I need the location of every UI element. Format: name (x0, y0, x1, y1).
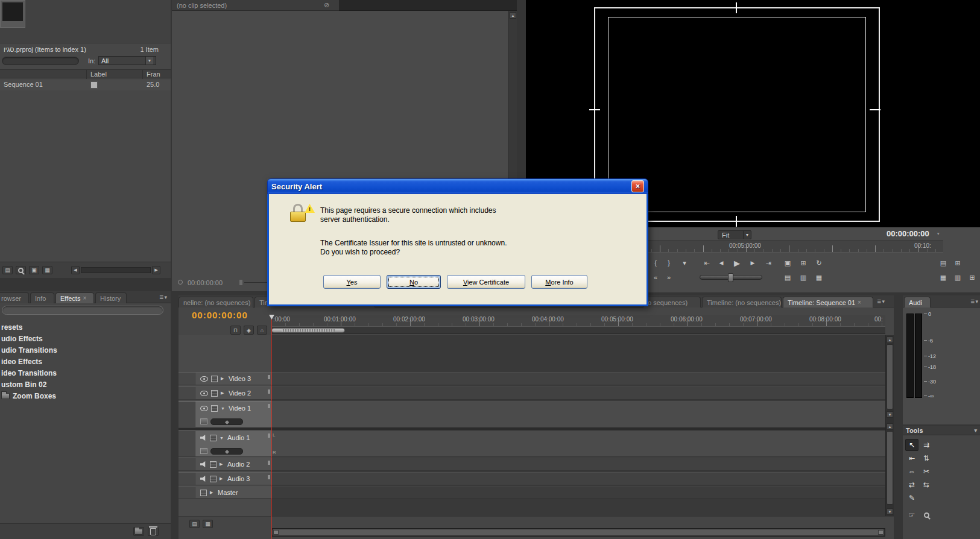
toggle-track-mute-icon[interactable] (200, 476, 207, 482)
goto-in-button[interactable]: { (650, 257, 662, 268)
no-button[interactable]: No (387, 275, 441, 289)
column-frame-rate[interactable]: Fran (147, 71, 160, 78)
master-track-lane[interactable] (271, 487, 885, 499)
effects-item-zoom-boxes[interactable]: Zoom Boxes (0, 390, 171, 402)
new-bin-icon[interactable]: ▣ (29, 266, 39, 274)
toggle-track-mute-icon[interactable] (200, 461, 207, 467)
lift-button[interactable]: ▤ (782, 272, 794, 283)
track-target-cell[interactable] (179, 487, 195, 498)
track-target-cell[interactable] (179, 387, 195, 399)
panel-menu-icon[interactable]: ≣▾ (159, 294, 167, 300)
effects-filter-input[interactable] (2, 306, 163, 315)
track-resize-nub[interactable] (268, 389, 270, 394)
track-select-tool[interactable]: ⇉ (920, 439, 933, 451)
close-tab-icon[interactable]: × (83, 295, 86, 301)
project-row-sequence[interactable]: Sequence 01 25.0 (0, 80, 171, 90)
video3-track-header[interactable]: ▶ Video 3 (179, 372, 271, 385)
play-button[interactable]: ▶ (731, 257, 743, 268)
chapter-marker-icon[interactable]: ⌂ (257, 326, 267, 335)
column-label[interactable]: Label (90, 71, 107, 78)
delete-icon[interactable] (148, 527, 159, 536)
tab-audio-meters[interactable]: Audi (904, 297, 931, 307)
step-back-button[interactable]: ◀ (715, 257, 727, 268)
icon-view-icon[interactable]: ▦ (42, 266, 52, 274)
program-timecode[interactable]: 00:00:00:00 (887, 230, 929, 238)
slide-tool[interactable]: ⇆ (920, 479, 933, 491)
slider-nub[interactable] (239, 280, 242, 285)
scroll-up-icon[interactable]: ▲ (510, 12, 516, 19)
track-target-cell[interactable] (179, 473, 195, 485)
sync-lock-icon[interactable] (210, 461, 217, 468)
sync-lock-icon[interactable] (211, 376, 218, 382)
selection-tool[interactable]: ↖ (905, 439, 918, 451)
tab-timeline-sequence-01[interactable]: Timeline: Sequence 01× (783, 297, 873, 307)
audio1-track-lane[interactable]: L R (271, 430, 885, 457)
set-display-style-icon[interactable] (200, 418, 207, 424)
tab-info[interactable]: Info (30, 292, 54, 303)
effects-item-audio-effects[interactable]: udio Effects (0, 333, 171, 344)
scroll-right-icon[interactable]: ▶ (152, 266, 160, 274)
work-area-strip[interactable] (271, 327, 885, 334)
zoom-in-icon[interactable]: ▦ (203, 520, 213, 528)
yes-button[interactable]: Yes (323, 275, 381, 289)
video2-track-header[interactable]: ▶ Video 2 (179, 386, 271, 400)
sync-lock-icon[interactable] (211, 390, 218, 397)
timeline-ruler[interactable]: :00:00 00:01:00:00 00:02:00:00 00:03:00:… (271, 315, 885, 327)
dialog-title-bar[interactable]: Security Alert × (267, 178, 648, 194)
keyframe-navigator[interactable] (210, 448, 243, 455)
scroll-down-icon[interactable]: ▼ (887, 508, 893, 515)
track-resize-nub[interactable] (268, 461, 270, 465)
tab-timeline-4[interactable]: Timeline: (no sequences) (702, 297, 782, 307)
track-resize-nub[interactable] (268, 375, 270, 379)
set-display-style-icon[interactable] (200, 448, 207, 454)
work-area-bar[interactable] (271, 328, 345, 333)
shuttle-slider[interactable] (700, 275, 762, 280)
panel-menu-icon[interactable]: ≣▾ (970, 298, 978, 304)
zoom-tool[interactable] (920, 509, 933, 521)
horizontal-scrollbar-track[interactable] (81, 267, 151, 273)
loop-button[interactable]: ↻ (813, 257, 825, 268)
goto-out-button[interactable]: } (663, 257, 675, 268)
sync-lock-icon[interactable] (200, 490, 207, 496)
source-timecode[interactable]: 00:00:00:00 (188, 280, 223, 286)
toggle-track-output-icon[interactable] (200, 391, 208, 396)
add-marker-button[interactable]: ▾ (678, 257, 691, 268)
timeline-horizontal-scrollbar[interactable] (271, 528, 885, 537)
sync-lock-icon[interactable] (210, 435, 217, 441)
list-view-icon[interactable]: ▤ (2, 266, 13, 274)
toggle-track-output-icon[interactable] (200, 406, 208, 411)
audio2-track-lane[interactable] (271, 458, 885, 471)
effects-item-video-transitions[interactable]: ideo Transitions (0, 367, 171, 379)
expand-track-icon[interactable]: ▶ (220, 476, 224, 481)
scrollbar-thumb[interactable] (273, 529, 884, 535)
effects-item-video-effects[interactable]: ideo Effects (0, 356, 171, 367)
jump-back-button[interactable]: « (650, 272, 662, 283)
timeline-vertical-scrollbar[interactable]: ▲ ▼ ▲ ▼ (885, 335, 894, 516)
effects-item-audio-transitions[interactable]: udio Transitions (0, 344, 171, 356)
video1-track-lane[interactable] (271, 401, 885, 427)
open-project-button[interactable]: ▤ (937, 257, 949, 268)
effects-item-presets[interactable]: resets (0, 321, 171, 333)
audio2-track-header[interactable]: ▶ Audio 2 (179, 458, 271, 471)
rolling-edit-tool[interactable]: ⇅ (920, 452, 933, 464)
track-resize-nub[interactable] (268, 433, 270, 438)
new-custom-bin-icon[interactable] (133, 527, 144, 536)
video3-track-lane[interactable] (271, 372, 885, 385)
scroll-up-icon[interactable]: ▲ (887, 423, 893, 430)
expand-track-icon[interactable]: ▶ (220, 462, 224, 467)
tab-browser[interactable]: rowser (0, 292, 29, 303)
toggle-track-mute-icon[interactable] (200, 435, 207, 441)
find-in-dropdown[interactable]: All ▼ (98, 56, 156, 65)
pen-tool[interactable]: ✎ (905, 492, 918, 504)
next-edit-button[interactable]: ⇥ (762, 257, 774, 268)
expand-track-icon[interactable]: ▶ (210, 490, 215, 495)
jump-forward-button[interactable]: » (663, 272, 675, 283)
tab-timeline-1[interactable]: neline: (no sequences) (179, 297, 253, 307)
razor-tool[interactable]: ✂ (920, 465, 933, 478)
shuttle-thumb[interactable] (728, 273, 733, 282)
ripple-edit-tool[interactable]: ⇤ (905, 452, 918, 464)
label-color-chip[interactable] (90, 81, 98, 89)
project-find-input[interactable] (2, 57, 79, 65)
find-icon[interactable] (16, 266, 26, 274)
slip-tool[interactable]: ⇄ (905, 479, 918, 491)
